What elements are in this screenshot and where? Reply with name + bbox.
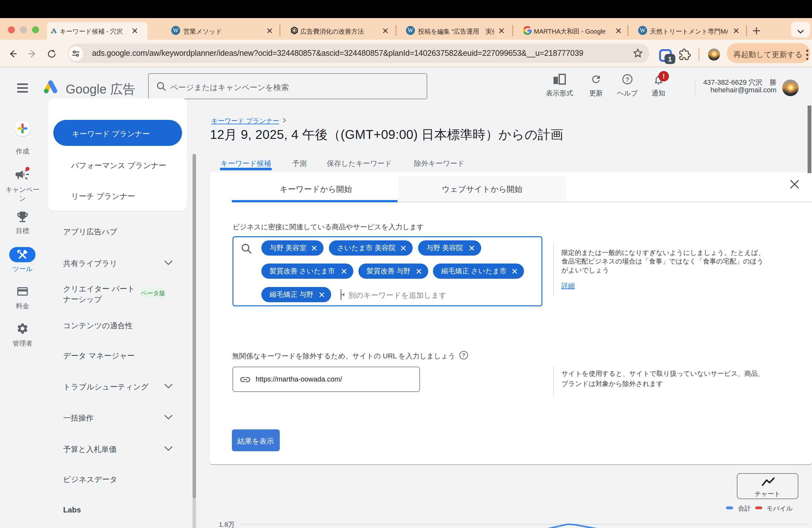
svg-text:W: W (640, 27, 646, 34)
svg-text:W: W (173, 27, 178, 34)
svg-text:?: ? (462, 353, 465, 358)
svg-text:?: ? (625, 76, 629, 83)
svg-text:W: W (408, 27, 413, 34)
svg-text:1: 1 (668, 55, 672, 63)
